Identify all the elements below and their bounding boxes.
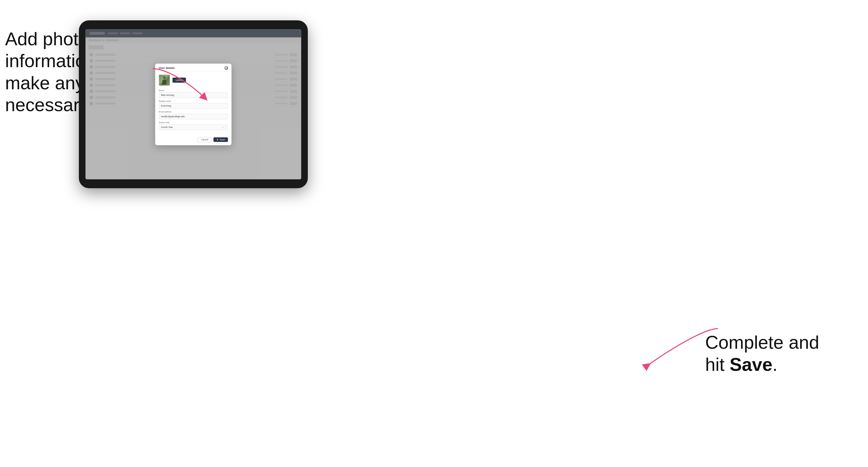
right-annotation-line1: Complete and [705, 332, 819, 352]
right-annotation-end: . [772, 354, 777, 375]
right-annotation: Complete and hit Save. [705, 332, 832, 375]
save-button[interactable]: ⬆ Save [213, 137, 228, 142]
email-label: Email address [159, 111, 228, 113]
arrow-right [644, 326, 720, 373]
school-year-expand-icon[interactable]: ⌃ [225, 126, 226, 128]
modal-close-button[interactable]: × [224, 66, 228, 70]
modal-footer: Cancel ⬆ Save [155, 135, 231, 145]
arrow-left [150, 66, 209, 108]
school-year-clear-icon[interactable]: × [222, 126, 223, 128]
school-year-input[interactable] [159, 124, 228, 130]
save-icon: ⬆ [216, 138, 219, 141]
school-year-label: School Year [159, 121, 228, 124]
right-annotation-bold: Save [730, 354, 772, 375]
school-year-field-group: School Year × ⌃ [159, 121, 228, 130]
cancel-button[interactable]: Cancel [198, 137, 211, 142]
save-button-label: Save [220, 138, 225, 141]
email-field-group: Email address [159, 111, 228, 119]
email-input[interactable] [159, 114, 228, 119]
school-year-wrapper: × ⌃ [159, 124, 228, 130]
